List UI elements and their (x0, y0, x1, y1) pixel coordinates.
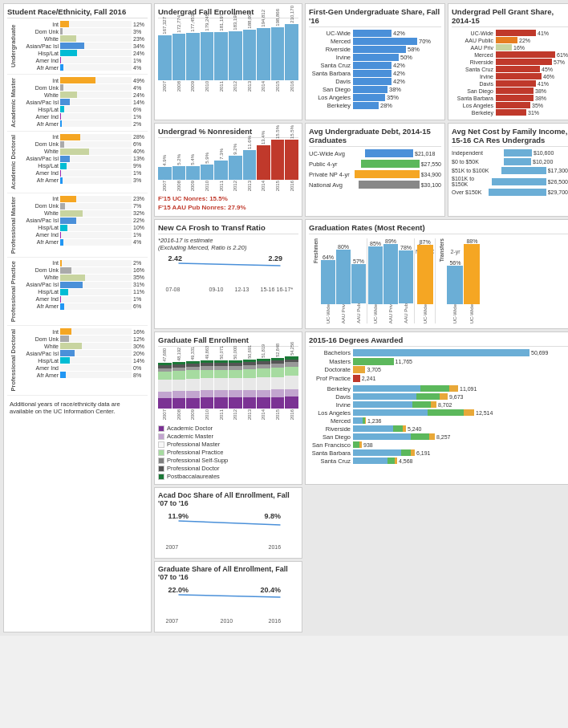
pell-bar (496, 30, 536, 36)
race-row-label: Dom Unk (18, 203, 60, 209)
firstgen-row: Irvine50% (309, 54, 441, 61)
pell-row: UC-Wide41% (452, 30, 568, 36)
pell-row: Santa Cruz45% (452, 66, 568, 72)
firstgen-row: Los Angeles35% (309, 94, 441, 101)
degree-type-row: Prof Practice2,241 (309, 375, 568, 382)
race-bar (60, 113, 61, 120)
pell-label: AAU Public (452, 38, 496, 43)
campus-value: 9,673 (449, 394, 464, 400)
nonres-bar-rect (172, 166, 186, 180)
grad-bar-value: 50,071 (219, 346, 224, 360)
race-bar (60, 372, 66, 378)
campus-row: Santa Cruz4,568 (309, 458, 568, 465)
race-row-label: Hisp/Lat (18, 107, 60, 112)
net-cost-value: $26,500 (548, 179, 568, 185)
svg-text:11.9%: 11.9% (168, 512, 189, 520)
firstgen-pct: 58% (408, 46, 420, 53)
firstgen-pct: 38% (389, 86, 401, 93)
race-row-label: Dom Unk (18, 336, 60, 342)
pell-label: Santa Barbara (452, 96, 496, 101)
grad-bar-column: 50,0712011 (214, 346, 228, 420)
grad-bar-column: 47,6802007 (158, 348, 172, 420)
race-pct-label: 35% (133, 275, 148, 280)
nonres-bar-rect (201, 165, 214, 180)
bar-year-label: 2013 (247, 81, 252, 92)
race-section-label: Professional Doctoral (7, 328, 18, 392)
race-bar (60, 343, 82, 349)
race-row-label: Hisp/Lat (18, 163, 60, 169)
acad-doc-chart: 11.9% 9.8% 2007 2016 (158, 509, 298, 553)
race-row-label: Hisp/Lat (18, 225, 60, 230)
firstgen-row: San Diego38% (309, 86, 441, 93)
nonres-bar-value: 5.9% (205, 153, 209, 164)
race-ethnicity-panel: Student Race/Ethnicity, Fall 2016 Underg… (3, 3, 152, 632)
grad-bar-rect (257, 359, 270, 409)
firstgen-row: Santa Barbara42% (309, 70, 441, 77)
legend-label: Professional Master (167, 441, 220, 448)
bar-value-label: 194,812 (261, 10, 266, 27)
race-section-label: Academic Master (7, 77, 18, 128)
degree-type-label: Bachelors (309, 349, 353, 356)
debt-bar (361, 160, 420, 168)
race-pct-label: 3% (133, 177, 148, 183)
nonres-year-label: 2009 (190, 181, 195, 191)
race-bar (60, 218, 76, 224)
race-bar (60, 282, 83, 288)
debt-value: $34,900 (421, 172, 441, 177)
debt-label: National Avg (309, 181, 359, 189)
race-row: Int49% (18, 77, 148, 83)
net-cost-row: Over $150K$29,700 (452, 189, 568, 196)
nonres-bar-column: 5.2%2008 (172, 154, 186, 191)
campus-bar-stack (353, 417, 366, 424)
pell-bar (496, 87, 534, 94)
race-row: Amer Ind0% (18, 364, 148, 371)
firstgen-label: Merced (309, 38, 353, 45)
net-cost-value: $10,200 (533, 159, 553, 165)
campus-bar-stack (353, 425, 406, 432)
firstgen-label: Davis (309, 78, 353, 85)
race-row-label: Amer Ind (18, 232, 60, 238)
pell-label: AAU Priv (452, 45, 496, 51)
degrees-title: 2015-16 Degrees Awarded (309, 336, 568, 347)
svg-text:2010: 2010 (221, 618, 233, 624)
race-pct-label: 31% (133, 282, 148, 287)
firstgen-pct: 42% (393, 78, 405, 85)
firstgen-pct: 28% (380, 102, 392, 109)
bar-column: 181,1972011 (214, 14, 228, 92)
legend-color (158, 425, 164, 432)
race-bar (60, 289, 68, 295)
grad-bar-column: 51,8192014 (257, 344, 270, 420)
grad-bar-value: 51,819 (261, 344, 266, 358)
campus-bar-stack (353, 385, 458, 392)
firstgen-pct: 70% (419, 38, 431, 45)
firstgen-bar (353, 46, 406, 53)
race-row-label: Hisp/Lat (18, 51, 60, 56)
race-section: Professional MasterInt23%Dom Unk7%White3… (7, 196, 148, 258)
pell-row: Berkeley31% (452, 109, 568, 116)
pell-label: Merced (452, 52, 496, 58)
race-bar (60, 43, 84, 49)
firstgen-label: Los Angeles (309, 94, 353, 101)
undergrad-enrollment-panel: Undergrad Fall Enrollment 167,3272007172… (154, 3, 302, 120)
race-bar (60, 225, 67, 231)
nonres-note2: F'15 AAU Pub Nonres: 27.9% (158, 204, 298, 211)
bar-value-label: 188,008 (247, 11, 252, 29)
campus-label: Riverside (309, 425, 353, 433)
campus-value: 938 (363, 442, 373, 448)
grad-bar-rect (158, 363, 172, 409)
race-bar (60, 210, 83, 217)
race-pct-label: 6% (133, 141, 148, 147)
degree-type-bar (353, 358, 394, 365)
race-row: Hisp/Lat11% (18, 289, 148, 295)
race-bar (60, 50, 77, 56)
grad-year-label: 2015 (275, 409, 280, 420)
nonres-bar-column: 9.2%2012 (229, 144, 242, 191)
legend-label: Academic Master (167, 433, 213, 440)
debt-value: $27,550 (421, 161, 441, 167)
debt-title: Avg Undergraduate Debt, 2014-15 Graduate… (309, 127, 441, 147)
nonres-bar-rect (186, 166, 200, 180)
debt-row: Private NP 4-yr$34,900 (309, 170, 441, 178)
grad-year-label: 2013 (247, 409, 252, 420)
svg-text:2016: 2016 (269, 618, 282, 624)
net-cost-row: Independent$10,600 (452, 149, 568, 157)
